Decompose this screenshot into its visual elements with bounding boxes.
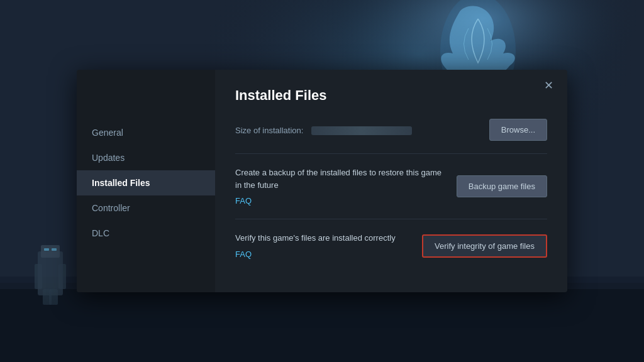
sidebar-item-controller[interactable]: Controller (77, 195, 215, 221)
page-title: Installed Files (235, 87, 547, 104)
browse-button[interactable]: Browse... (489, 119, 547, 141)
verify-info: Verify this game's files are installed c… (235, 232, 409, 260)
backup-desc: Create a backup of the installed files t… (235, 167, 444, 191)
dialog-overlay: General Updates Installed Files Controll… (0, 0, 644, 362)
backup-button[interactable]: Backup game files (457, 175, 547, 197)
close-button[interactable]: ✕ (540, 77, 557, 94)
size-info: Size of installation: (235, 124, 477, 136)
sidebar: General Updates Installed Files Controll… (77, 70, 215, 292)
backup-info: Create a backup of the installed files t… (235, 167, 444, 206)
size-row: Size of installation: Browse... (235, 119, 547, 154)
content-area: ✕ Installed Files Size of installation: … (215, 70, 567, 292)
verify-faq-link[interactable]: FAQ (235, 250, 252, 259)
verify-button[interactable]: Verify integrity of game files (422, 234, 547, 258)
backup-faq-link[interactable]: FAQ (235, 196, 252, 206)
size-label: Size of installation: (235, 126, 303, 135)
size-value-bar (311, 126, 412, 135)
sidebar-item-dlc[interactable]: DLC (77, 221, 215, 246)
verify-desc: Verify this game's files are installed c… (235, 232, 409, 244)
sidebar-item-installed-files[interactable]: Installed Files (77, 170, 215, 195)
sidebar-item-general[interactable]: General (77, 120, 215, 145)
dialog: General Updates Installed Files Controll… (77, 70, 567, 292)
backup-row: Create a backup of the installed files t… (235, 167, 547, 219)
sidebar-item-updates[interactable]: Updates (77, 145, 215, 170)
verify-row: Verify this game's files are installed c… (235, 232, 547, 272)
